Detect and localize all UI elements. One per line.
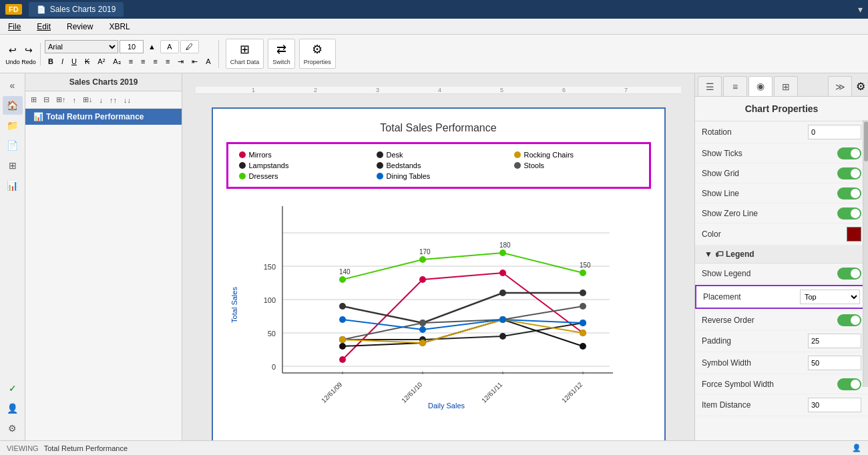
legend-label-dressers: Dressers [249, 172, 278, 180]
nav-icon-user[interactable]: 👤 [3, 399, 23, 418]
switch-button[interactable]: ⇄ Switch [268, 39, 295, 69]
properties-label: Properties [304, 59, 331, 65]
nav-tb-btn-6[interactable]: ↓ [97, 94, 106, 106]
font-size-input[interactable] [120, 40, 144, 53]
legend-section-header[interactable]: ▼ 🏷 Legend [695, 246, 868, 264]
rp-tab-expand[interactable]: ≫ [828, 76, 852, 96]
highlight-button[interactable]: 🖊 [180, 40, 199, 53]
nav-icon-home[interactable]: 🏠 [3, 96, 23, 115]
doc-title-tab[interactable]: 📄 Sales Charts 2019 [29, 2, 124, 17]
indent-button[interactable]: ⇥ [174, 55, 187, 68]
nav-tb-btn-2[interactable]: ⊟ [41, 93, 52, 106]
redo-button[interactable]: ↪ [21, 43, 36, 57]
nav-tb-btn-1[interactable]: ⊞ [28, 93, 39, 106]
legend-color-stools [514, 162, 521, 169]
rp-tab-2[interactable]: ≡ [723, 76, 747, 96]
chart-container[interactable]: Total Sales Performance Mirrors Desk Roc… [212, 107, 666, 440]
prop-placement-select[interactable]: Top Bottom Left Right [800, 290, 860, 304]
legend-label-desk: Desk [387, 151, 403, 159]
nav-tb-btn-8[interactable]: ↓↓ [121, 94, 134, 106]
prop-show-grid: Show Grid [695, 163, 868, 183]
prop-show-zero-line-label: Show Zero Line [702, 209, 837, 218]
y-axis-label: Total Sales [230, 287, 238, 323]
italic-button[interactable]: I [58, 55, 67, 67]
svg-text:100: 100 [263, 296, 275, 304]
properties-button[interactable]: ⚙ Properties [299, 39, 336, 69]
menu-edit[interactable]: Edit [34, 21, 53, 33]
prop-show-line-toggle[interactable] [837, 187, 861, 199]
svg-point-37 [499, 290, 506, 296]
nav-tb-btn-7[interactable]: ↑↑ [107, 94, 120, 106]
left-sidebar: « 🏠 📁 📄 ⊞ 📊 ✓ 👤 ⚙ [0, 73, 25, 440]
svg-text:12/61/11: 12/61/11 [480, 380, 504, 404]
outdent-button[interactable]: ⇤ [188, 55, 201, 68]
chart-data-button[interactable]: ⊞ Chart Data [226, 39, 264, 69]
prop-show-line: Show Line [695, 183, 868, 203]
align-left-button[interactable]: ≡ [126, 55, 136, 67]
rp-settings-icon[interactable]: ⚙ [856, 76, 865, 96]
prop-show-grid-label: Show Grid [702, 169, 837, 178]
subscript-button[interactable]: A₂ [110, 55, 124, 68]
nav-icon-folder[interactable]: 📁 [3, 116, 23, 135]
rp-tab-3[interactable]: ◉ [748, 76, 773, 96]
menu-file[interactable]: File [5, 21, 23, 33]
nav-item-total-return[interactable]: 📊 Total Return Performance [25, 109, 182, 125]
font-size-up-button[interactable]: ▲ [145, 41, 159, 53]
undo-button[interactable]: ↩ [5, 43, 20, 57]
svg-point-53 [499, 316, 506, 323]
legend-section-label: Legend [726, 250, 754, 259]
status-user-icon[interactable]: 👤 [852, 444, 861, 452]
menu-review[interactable]: Review [64, 21, 95, 33]
nav-tb-btn-5[interactable]: ⊞↓ [80, 93, 95, 106]
properties-scroll[interactable]: Rotation Show Ticks Show Grid Show Line [695, 121, 868, 416]
svg-point-40 [419, 320, 426, 326]
underline-button[interactable]: U [68, 55, 80, 67]
prop-symbol-width-input[interactable] [808, 356, 861, 370]
nav-tb-btn-3[interactable]: ⊞↑ [53, 93, 69, 106]
svg-point-54 [580, 320, 586, 326]
nav-icon-check[interactable]: ✓ [3, 379, 23, 398]
content-area[interactable]: 1 2 3 4 5 6 7 Total Sales Performance Mi… [182, 73, 694, 440]
svg-point-21 [499, 270, 506, 276]
prop-show-ticks-label: Show Ticks [702, 149, 837, 158]
prop-show-grid-toggle[interactable] [837, 167, 861, 179]
right-scrollbar[interactable] [863, 120, 868, 387]
menu-xbrl[interactable]: XBRL [106, 21, 132, 33]
prop-padding-input[interactable] [808, 334, 861, 348]
superscript-button[interactable]: A² [94, 55, 108, 67]
align-center-button[interactable]: ≡ [138, 55, 148, 67]
nav-icon-chart[interactable]: 📊 [3, 176, 23, 195]
prop-show-zero-line-toggle[interactable] [837, 207, 861, 219]
prop-reverse-order-toggle[interactable] [837, 314, 861, 326]
svg-point-51 [339, 316, 346, 323]
text-color-btn2[interactable]: A [202, 55, 214, 67]
align-justify-button[interactable]: ≡ [162, 55, 173, 67]
nav-icon-settings[interactable]: ⚙ [3, 419, 23, 438]
rp-tab-1[interactable]: ☰ [698, 76, 722, 96]
prop-force-symbol-width-toggle[interactable] [837, 378, 861, 390]
collapse-icon[interactable]: ▾ [858, 4, 863, 15]
align-right-button[interactable]: ≡ [150, 55, 161, 67]
rp-tab-4[interactable]: ⊞ [774, 76, 798, 96]
strikethrough-button[interactable]: K [81, 55, 93, 67]
prop-item-distance-input[interactable] [808, 398, 861, 412]
font-color-button[interactable]: A [160, 40, 179, 53]
prop-show-legend-toggle[interactable] [837, 268, 861, 280]
nav-icon-collapse[interactable]: « [3, 76, 23, 95]
legend-item-dining-tables: Dining Tables [377, 172, 501, 180]
nav-toolbar: ⊞ ⊟ ⊞↑ ↑ ⊞↓ ↓ ↑↑ ↓↓ [25, 91, 182, 109]
redo-label: Redo [21, 59, 36, 65]
font-family-select[interactable]: Arial [45, 40, 118, 53]
prop-show-ticks-toggle[interactable] [837, 147, 861, 159]
prop-rotation-input[interactable] [808, 125, 861, 139]
chart-tools-group: ⊞ Chart Data ⇄ Switch ⚙ Properties [223, 36, 339, 71]
title-bar: FD 📄 Sales Charts 2019 ▾ [0, 0, 868, 19]
prop-show-legend: Show Legend [695, 264, 868, 284]
nav-icon-doc[interactable]: 📄 [3, 136, 23, 155]
svg-point-52 [419, 326, 426, 333]
prop-color-swatch[interactable] [847, 227, 861, 242]
nav-icon-grid[interactable]: ⊞ [3, 156, 23, 175]
nav-item-label: Total Return Performance [46, 112, 144, 121]
bold-button[interactable]: B [45, 55, 57, 67]
nav-tb-btn-4[interactable]: ↑ [70, 94, 79, 106]
